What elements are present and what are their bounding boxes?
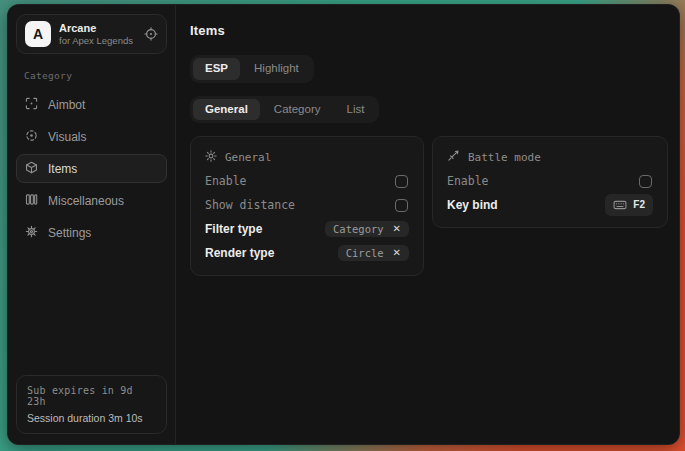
sub-expires-text: Sub expires in 9d 23h [27, 385, 156, 407]
brand-subtitle: for Apex Legends [59, 36, 136, 46]
sidebar-item-label: Visuals [48, 131, 86, 143]
columns-icon [25, 193, 38, 208]
setting-label: Show distance [205, 198, 295, 212]
sidebar-item-miscellaneous[interactable]: Miscellaneous [16, 186, 167, 215]
setting-label: Key bind [447, 198, 498, 212]
setting-row-enable: Enable [205, 169, 409, 193]
brand-card: A Arcane for Apex Legends [16, 14, 167, 54]
sidebar-item-aimbot[interactable]: Aimbot [16, 90, 167, 119]
general-panel: General Enable Show distance Filter type… [190, 136, 424, 276]
session-duration-text: Session duration 3m 10s [27, 412, 156, 424]
panel-title: General [225, 151, 271, 164]
mode-tab-group: ESP Highlight [190, 55, 314, 83]
sword-icon [447, 148, 460, 166]
setting-label: Enable [205, 174, 247, 188]
setting-row-filter-type: Filter type Category ✕ [205, 217, 409, 241]
filter-type-select[interactable]: Category ✕ [325, 221, 409, 238]
sidebar-item-label: Items [48, 163, 77, 175]
keyboard-icon [613, 197, 627, 213]
page-title: Items [190, 23, 668, 38]
battle-panel-header: Battle mode [447, 147, 653, 167]
sidebar-item-items[interactable]: Items [16, 154, 167, 183]
setting-row-key-bind: Key bind F2 [447, 193, 653, 217]
sidebar-item-label: Miscellaneous [48, 195, 124, 207]
setting-row-show-distance: Show distance [205, 193, 409, 217]
enable-checkbox[interactable] [395, 175, 408, 188]
eye-focus-icon [25, 129, 38, 144]
sun-icon [205, 148, 217, 166]
sidebar-item-settings[interactable]: Settings [16, 218, 167, 247]
app-window: A Arcane for Apex Legends Category [7, 4, 680, 445]
setting-label: Enable [447, 174, 489, 188]
setting-label: Filter type [205, 222, 262, 236]
brand-text: Arcane for Apex Legends [59, 23, 136, 46]
view-tab-group: General Category List [190, 96, 379, 124]
show-distance-checkbox[interactable] [395, 199, 408, 212]
panels-row: General Enable Show distance Filter type… [190, 136, 668, 276]
brand-name: Arcane [59, 23, 136, 34]
brand-logo: A [25, 21, 51, 47]
sidebar-nav: Aimbot Visuals Items [16, 90, 167, 247]
category-section-label: Category [24, 70, 167, 81]
setting-row-render-type: Render type Circle ✕ [205, 241, 409, 265]
tab-category[interactable]: Category [262, 99, 333, 121]
tab-esp[interactable]: ESP [193, 58, 240, 80]
general-panel-header: General [205, 147, 409, 167]
sidebar-spacer [16, 247, 167, 375]
render-type-value: Circle [346, 248, 384, 259]
clear-icon[interactable]: ✕ [393, 248, 401, 258]
sidebar-item-visuals[interactable]: Visuals [16, 122, 167, 151]
battle-enable-checkbox[interactable] [639, 175, 652, 188]
sidebar-item-label: Aimbot [48, 99, 85, 111]
main-content: Items ESP Highlight General Category Lis… [176, 5, 680, 444]
target-icon[interactable] [144, 27, 158, 41]
tab-list[interactable]: List [335, 99, 377, 121]
battle-mode-panel: Battle mode Enable Key bind [432, 136, 668, 228]
tab-highlight[interactable]: Highlight [242, 58, 311, 80]
subscription-card: Sub expires in 9d 23h Session duration 3… [16, 375, 167, 434]
tab-general[interactable]: General [193, 99, 260, 121]
package-icon [25, 161, 38, 176]
clear-icon[interactable]: ✕ [393, 224, 401, 234]
key-bind-button[interactable]: F2 [605, 194, 653, 216]
crosshair-scan-icon [25, 97, 38, 112]
key-bind-value: F2 [633, 200, 645, 210]
gear-icon [25, 225, 38, 240]
filter-type-value: Category [333, 224, 384, 235]
sidebar-item-label: Settings [48, 227, 91, 239]
setting-row-battle-enable: Enable [447, 169, 653, 193]
sidebar: A Arcane for Apex Legends Category [8, 5, 176, 444]
render-type-select[interactable]: Circle ✕ [338, 245, 409, 262]
panel-title: Battle mode [468, 151, 541, 164]
setting-label: Render type [205, 246, 274, 260]
